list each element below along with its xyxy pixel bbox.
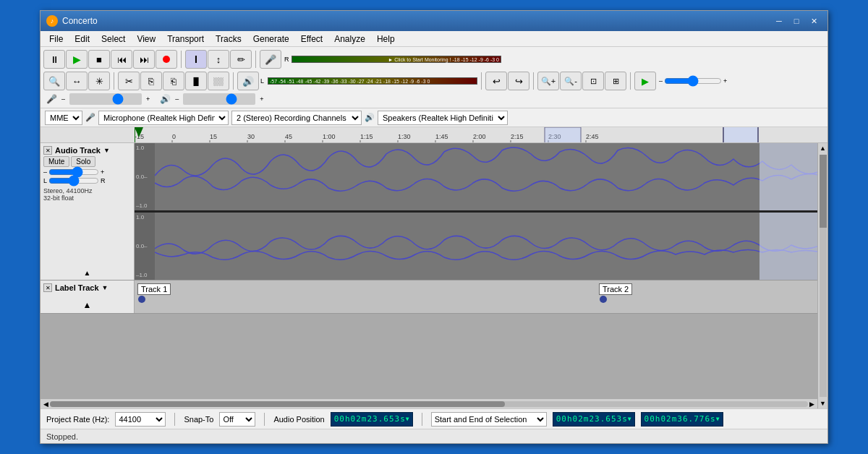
menu-effect[interactable]: Effect [295, 33, 328, 46]
selection-end-time[interactable]: 00h02m36.776s ▼ [641, 412, 723, 427]
speed-plus: + [723, 77, 727, 85]
v-scroll-track[interactable] [820, 155, 827, 397]
track-arrow[interactable]: ▲ [43, 269, 131, 277]
label-track-arrow[interactable]: ▲ [43, 300, 131, 310]
redo-button[interactable]: ↪ [508, 72, 529, 90]
menu-transport[interactable]: Transport [161, 33, 210, 46]
copy-button[interactable]: ⎘ [140, 72, 162, 90]
vu-monitor-text: ► Click to Start Monitoring ! -18 -15 -1… [388, 57, 501, 62]
fit-project-button[interactable]: ⊞ [605, 72, 626, 90]
paste-button[interactable]: ⎗ [163, 72, 184, 90]
record-button[interactable] [156, 50, 177, 69]
vu-meter-input: R ► Click to Start Monitoring ! -18 -15 … [284, 54, 501, 64]
tracks-main: ✕ Audio Track ▼ Mute Solo – + L [41, 143, 817, 408]
snap-select[interactable]: Off [219, 412, 255, 427]
mute-button[interactable]: Mute [43, 156, 69, 167]
skip-forward-button[interactable]: ⏭ [133, 50, 155, 69]
vu-output-bar[interactable]: -57 -54 -51 -48 -45 -42 -39 -36 -33 -30 … [268, 77, 477, 85]
label-track-header: ✕ Label Track ▼ ▲ [41, 280, 135, 313]
track-pan: L R [43, 177, 131, 184]
audio-track-close[interactable]: ✕ [43, 146, 52, 155]
undo-button[interactable]: ↩ [485, 72, 507, 90]
status-sep-3 [422, 413, 422, 426]
main-window: ♪ Concerto ─ □ ✕ File Edit Select View T… [40, 10, 828, 444]
label-track2-box[interactable]: Track 2 [599, 283, 632, 295]
time-arrow-2[interactable]: ▼ [628, 416, 631, 422]
close-button[interactable]: ✕ [806, 14, 822, 27]
horizontal-scrollbar[interactable]: ◀ ▶ [41, 398, 817, 408]
audio-position-time[interactable]: 00h02m23.653s ▼ [331, 412, 413, 427]
time-display-3: 00h02m36.776s [644, 414, 716, 424]
input-volume-slider[interactable] [69, 93, 142, 105]
pause-button[interactable]: ⏸ [43, 50, 65, 69]
vertical-scrollbar[interactable]: ▲ ▼ [817, 143, 827, 408]
trim-button[interactable]: ▐▌ [185, 72, 207, 90]
menu-help[interactable]: Help [371, 33, 401, 46]
menu-generate[interactable]: Generate [247, 33, 295, 46]
scroll-up-arrow[interactable]: ▲ [818, 143, 827, 153]
pencil-tool[interactable]: ✏ [230, 50, 252, 69]
menu-file[interactable]: File [43, 33, 69, 46]
minimize-button[interactable]: ─ [771, 14, 787, 27]
stop-button[interactable]: ■ [88, 50, 110, 69]
maximize-button[interactable]: □ [788, 14, 804, 27]
selection-start-time[interactable]: 00h02m23.653s ▼ [553, 412, 635, 427]
time-arrow-1[interactable]: ▼ [406, 416, 409, 422]
fit-selection-button[interactable]: ⊡ [582, 72, 604, 90]
scroll-thumb[interactable] [50, 401, 505, 407]
menu-select[interactable]: Select [95, 33, 131, 46]
zoom-out-button[interactable]: 🔍- [560, 72, 582, 90]
scroll-track[interactable] [50, 401, 808, 407]
selection-mode-select[interactable]: Start and End of Selection [431, 412, 547, 427]
scroll-left-arrow[interactable]: ◀ [42, 401, 50, 408]
menu-edit[interactable]: Edit [69, 33, 95, 46]
skip-back-button[interactable]: ⏮ [111, 50, 132, 69]
silence-button[interactable]: ░░ [208, 72, 229, 90]
scroll-down-arrow[interactable]: ▼ [818, 398, 827, 408]
audio-track-dropdown[interactable]: ▼ [103, 147, 110, 154]
pan-slider[interactable] [48, 177, 99, 184]
separator-3 [114, 72, 114, 90]
menu-tracks[interactable]: Tracks [210, 33, 247, 46]
toolbar-row-2: 🔍 ↔ ✳ ✂ ⎘ ⎗ ▐▌ ░░ 🔊 L -57 -54 -51 -48 -4… [43, 70, 825, 92]
select-tool[interactable]: I [185, 50, 207, 69]
tracks-scroll-area: ✕ Audio Track ▼ Mute Solo – + L [41, 143, 827, 408]
speed-slider[interactable] [664, 77, 722, 85]
label-track-dropdown[interactable]: ▼ [102, 284, 109, 291]
vol-minus: – [61, 95, 65, 103]
envelope-tool[interactable]: ↕ [208, 50, 229, 69]
play-button[interactable]: ▶ [66, 50, 88, 69]
menu-analyze[interactable]: Analyze [328, 33, 371, 46]
menu-view[interactable]: View [131, 33, 161, 46]
label-track1-box[interactable]: Track 1 [137, 283, 171, 295]
status-sep-1 [174, 413, 175, 426]
vu-input-bar[interactable]: ► Click to Start Monitoring ! -18 -15 -1… [292, 56, 501, 63]
project-rate-select[interactable]: 44100 [115, 412, 166, 427]
tools-section-2: 🔍 ↔ ✳ [43, 72, 110, 90]
output-volume-slider[interactable] [183, 93, 255, 105]
zoom-in-button[interactable]: 🔍+ [537, 72, 559, 90]
out-vol-plus: + [260, 95, 263, 103]
v-scroll-thumb[interactable] [820, 155, 827, 228]
label-track-close[interactable]: ✕ [43, 283, 52, 292]
time-arrow-3[interactable]: ▼ [716, 416, 720, 422]
green-play-button[interactable]: ▶ [634, 72, 656, 90]
multi-tool[interactable]: ✳ [88, 72, 110, 90]
channels-select[interactable]: 2 (Stereo) Recording Channels [231, 111, 362, 125]
vu-input-label: R [284, 56, 292, 63]
solo-button[interactable]: Solo [71, 156, 95, 167]
time-shift-tool[interactable]: ↔ [66, 72, 88, 90]
speaker-select[interactable]: Speakers (Realtek High Definiti [378, 111, 508, 125]
waveform-area[interactable]: 1.0 0.0– –1.0 [135, 143, 817, 280]
cut-button[interactable]: ✂ [118, 72, 140, 90]
api-select[interactable]: MME [45, 111, 82, 125]
input-monitor-button[interactable]: 🎤 [260, 50, 281, 69]
title-bar: ♪ Concerto ─ □ ✕ [41, 11, 827, 31]
output-monitor-button[interactable]: 🔊 [237, 72, 259, 90]
label-track-body[interactable]: Track 1 Track 2 [135, 280, 817, 313]
tools-section-1: I ↕ ✏ [185, 50, 252, 69]
microphone-select[interactable]: Microphone (Realtek High Defini [98, 111, 229, 125]
scroll-right-arrow[interactable]: ▶ [808, 401, 816, 408]
y-top-0.0: 0.0– [136, 174, 153, 180]
zoom-tool[interactable]: 🔍 [43, 72, 65, 90]
